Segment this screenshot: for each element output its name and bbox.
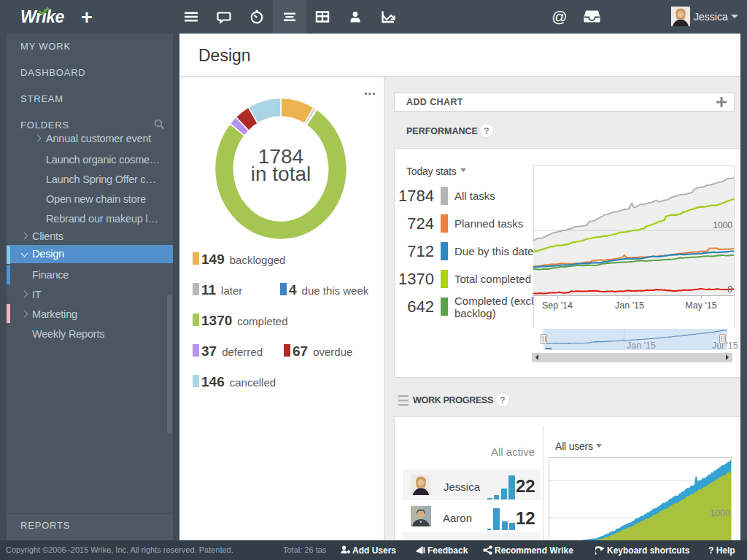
svg-text:@: @ <box>551 8 567 25</box>
